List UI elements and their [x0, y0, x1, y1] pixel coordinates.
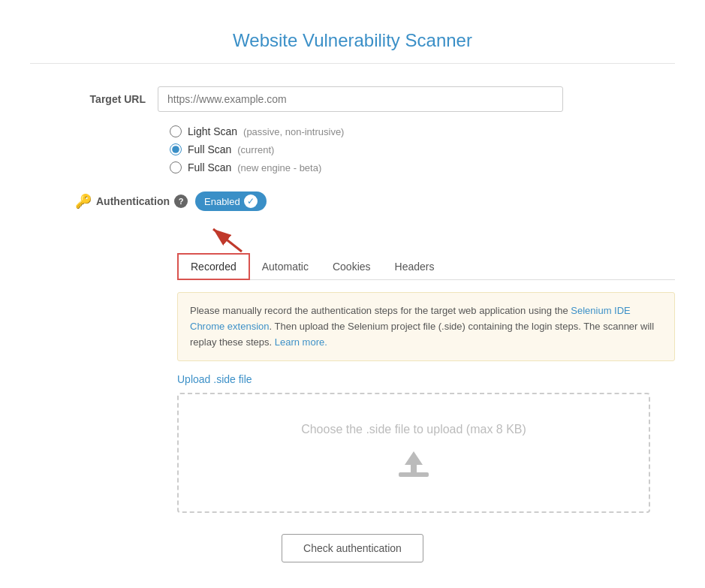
auth-label-group: 🔑 Authentication ? — [75, 193, 188, 210]
tabs-section: Recorded Automatic Cookies Headers Pleas… — [30, 253, 675, 361]
help-icon[interactable]: ? — [174, 194, 188, 208]
radio-full[interactable] — [170, 143, 182, 155]
scan-sublabel-light: (passive, non-intrusive) — [243, 126, 344, 137]
tab-recorded[interactable]: Recorded — [177, 253, 250, 280]
upload-icon — [396, 445, 432, 484]
scan-label-light: Light Scan — [188, 125, 237, 137]
tabs-row: Recorded Automatic Cookies Headers — [177, 253, 675, 280]
scan-label-fullbeta: Full Scan — [188, 161, 231, 173]
info-text-1: Please manually record the authenticatio… — [190, 305, 571, 316]
upload-section: Upload .side file Choose the .side file … — [30, 373, 675, 513]
upload-dropzone[interactable]: Choose the .side file to upload (max 8 K… — [177, 393, 650, 513]
tab-cookies[interactable]: Cookies — [321, 253, 383, 279]
tab-headers[interactable]: Headers — [383, 253, 447, 279]
check-auth-button[interactable]: Check authentication — [282, 534, 423, 562]
page-title: Website Vulnerability Scanner — [30, 15, 675, 64]
svg-rect-3 — [399, 474, 429, 475]
target-url-input[interactable] — [158, 86, 563, 112]
enabled-badge[interactable]: Enabled ✓ — [195, 191, 267, 211]
scan-label-full: Full Scan — [188, 143, 231, 155]
scan-option-full[interactable]: Full Scan (current) — [170, 143, 675, 155]
tab-automatic[interactable]: Automatic — [250, 253, 321, 279]
learn-more-link[interactable]: Learn more. — [275, 336, 327, 348]
scan-type-group: Light Scan (passive, non-intrusive) Full… — [30, 125, 675, 173]
red-arrow-icon — [204, 223, 249, 255]
target-url-row: Target URL — [30, 86, 675, 112]
check-icon: ✓ — [244, 194, 258, 208]
scan-option-light[interactable]: Light Scan (passive, non-intrusive) — [170, 125, 675, 137]
upload-label: Upload .side file — [177, 373, 675, 385]
auth-label: Authentication — [96, 195, 170, 207]
scan-sublabel-full: (current) — [237, 144, 274, 155]
badge-label: Enabled — [204, 196, 240, 207]
radio-light[interactable] — [170, 125, 182, 137]
radio-fullbeta[interactable] — [170, 161, 182, 173]
arrow-annotation — [30, 223, 675, 253]
upload-text: Choose the .side file to upload (max 8 K… — [301, 423, 526, 436]
info-box: Please manually record the authenticatio… — [177, 292, 675, 361]
auth-row: 🔑 Authentication ? Enabled ✓ — [30, 191, 675, 211]
svg-marker-4 — [405, 451, 423, 472]
svg-line-1 — [213, 229, 242, 252]
scan-option-fullbeta[interactable]: Full Scan (new engine - beta) — [170, 161, 675, 173]
target-url-label: Target URL — [75, 93, 158, 105]
scan-sublabel-fullbeta: (new engine - beta) — [237, 162, 321, 173]
check-auth-row: Check authentication — [30, 534, 675, 562]
key-icon: 🔑 — [75, 193, 92, 210]
